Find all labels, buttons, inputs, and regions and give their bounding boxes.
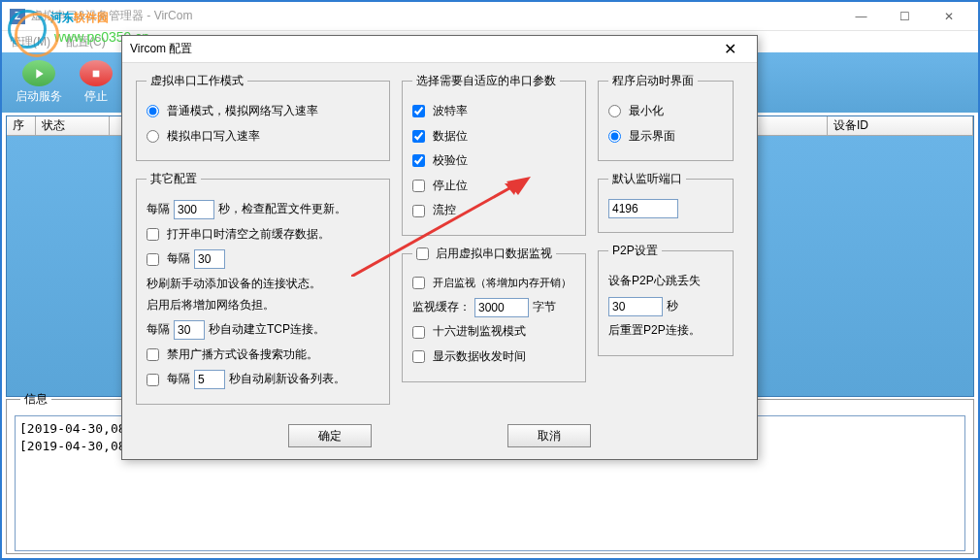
p2p-legend: P2P设置 xyxy=(608,243,662,259)
label-show-ui: 显示界面 xyxy=(629,126,675,148)
config-dialog: Vircom 配置 ✕ 虚拟串口工作模式 普通模式，模拟网络写入速率 模拟串口写… xyxy=(121,35,758,460)
refresh-list-pre: 每隔 xyxy=(167,369,190,390)
checkbox-enable-mem[interactable] xyxy=(412,277,425,289)
play-icon xyxy=(22,60,55,86)
label-sim-mode: 模拟串口写入速率 xyxy=(167,126,260,148)
checkbox-no-broadcast[interactable] xyxy=(147,348,159,361)
group-p2p: P2P设置 设备P2P心跳丢失 秒 后重置P2P连接。 xyxy=(598,243,734,356)
dialog-buttons: 确定 取消 xyxy=(122,424,757,447)
col-devid[interactable]: 设备ID xyxy=(828,116,973,135)
close-button[interactable]: ✕ xyxy=(927,3,970,30)
stop-service-button[interactable]: 停止 xyxy=(72,56,120,109)
startup-legend: 程序启动时界面 xyxy=(608,73,698,89)
radio-show-ui[interactable] xyxy=(608,130,621,143)
label-parity: 校验位 xyxy=(433,150,468,172)
refresh-manual-label: 秒刷新手动添加设备的连接状态。启用后将增加网络负担。 xyxy=(147,274,331,315)
stop-label: 停止 xyxy=(84,88,108,105)
checkbox-databits[interactable] xyxy=(412,130,425,143)
info-legend: 信息 xyxy=(20,391,51,408)
serial-legend: 选择需要自适应的串口参数 xyxy=(412,73,560,89)
p2p-line1: 设备P2P心跳丢失 xyxy=(608,271,701,292)
monitor-legend-text: 启用虚拟串口数据监视 xyxy=(436,247,552,260)
checkbox-refresh-manual[interactable] xyxy=(147,253,159,266)
interval-post: 秒，检查配置文件更新。 xyxy=(218,199,346,220)
group-other: 其它配置 每隔 秒，检查配置文件更新。 打开串口时清空之前缓存数据。 每隔 秒刷… xyxy=(136,171,390,405)
cache-post: 字节 xyxy=(533,297,556,318)
ok-button[interactable]: 确定 xyxy=(288,424,372,447)
label-hex: 十六进制监视模式 xyxy=(433,321,526,343)
other-legend: 其它配置 xyxy=(147,171,201,187)
svg-rect-0 xyxy=(93,70,100,77)
stop-icon xyxy=(80,60,113,86)
checkbox-stopbits[interactable] xyxy=(412,180,425,192)
label-baud: 波特率 xyxy=(433,101,468,122)
monitor-legend: 启用虚拟串口数据监视 xyxy=(412,246,556,262)
main-titlebar: Z 虚拟串口&设备管理器 - VirCom — ☐ ✕ xyxy=(2,2,978,31)
refresh-list-input[interactable] xyxy=(194,370,225,389)
listen-legend: 默认监听端口 xyxy=(608,171,686,187)
col-seq[interactable]: 序 xyxy=(7,116,36,135)
window-title: 虚拟串口&设备管理器 - VirCom xyxy=(31,8,839,24)
label-no-broadcast: 禁用广播方式设备搜索功能。 xyxy=(167,345,318,366)
start-service-button[interactable]: 启动服务 xyxy=(10,56,68,109)
dialog-titlebar: Vircom 配置 ✕ xyxy=(122,36,757,63)
label-enable-mem: 开启监视（将增加内存开销） xyxy=(433,274,572,293)
radio-minimize[interactable] xyxy=(608,105,621,117)
cache-pre: 监视缓存： xyxy=(412,297,471,318)
tcp-post: 秒自动建立TCP连接。 xyxy=(209,319,325,341)
label-minimize: 最小化 xyxy=(629,101,664,122)
p2p-val-input[interactable] xyxy=(608,297,663,316)
listen-port-input[interactable] xyxy=(608,199,678,218)
checkbox-enable-monitor[interactable] xyxy=(416,247,429,260)
maximize-button[interactable]: ☐ xyxy=(883,3,927,30)
checkbox-refresh-list[interactable] xyxy=(147,374,159,386)
p2p-line2: 后重置P2P连接。 xyxy=(608,320,701,342)
group-listen-port: 默认监听端口 xyxy=(598,171,734,233)
label-stopbits: 停止位 xyxy=(433,176,468,197)
label-normal-mode: 普通模式，模拟网络写入速率 xyxy=(167,101,318,122)
refresh-manual-pre: 每隔 xyxy=(167,248,190,270)
checkbox-show-time[interactable] xyxy=(412,350,425,363)
tcp-input[interactable] xyxy=(174,320,205,340)
interval-pre: 每隔 xyxy=(147,199,170,220)
checkbox-parity[interactable] xyxy=(412,154,425,167)
start-label: 启动服务 xyxy=(16,88,62,105)
checkbox-hex[interactable] xyxy=(412,326,425,339)
group-startup: 程序启动时界面 最小化 显示界面 xyxy=(598,73,734,161)
refresh-list-post: 秒自动刷新设备列表。 xyxy=(229,369,345,390)
cache-input[interactable] xyxy=(474,298,529,317)
group-workmode: 虚拟串口工作模式 普通模式，模拟网络写入速率 模拟串口写入速率 xyxy=(136,73,390,161)
workmode-legend: 虚拟串口工作模式 xyxy=(147,73,247,89)
label-clear-cache: 打开串口时清空之前缓存数据。 xyxy=(167,224,330,246)
cancel-button[interactable]: 取消 xyxy=(507,424,591,447)
label-flow: 流控 xyxy=(433,200,456,221)
app-icon: Z xyxy=(10,9,25,24)
menu-manage[interactable]: 管理(M) xyxy=(10,34,50,50)
menu-config[interactable]: 配置(C) xyxy=(66,34,106,50)
window-controls: — ☐ ✕ xyxy=(839,3,970,30)
col-state[interactable]: 状态 xyxy=(36,116,110,135)
radio-sim-mode[interactable] xyxy=(147,130,159,143)
group-serial-params: 选择需要自适应的串口参数 波特率 数据位 校验位 停止位 流控 xyxy=(402,73,586,236)
refresh-manual-input[interactable] xyxy=(194,249,225,269)
label-databits: 数据位 xyxy=(433,126,468,148)
p2p-unit: 秒 xyxy=(667,296,678,317)
checkbox-flow[interactable] xyxy=(412,205,425,217)
tcp-pre: 每隔 xyxy=(147,319,170,341)
minimize-button[interactable]: — xyxy=(839,3,883,30)
group-monitor: 启用虚拟串口数据监视 开启监视（将增加内存开销） 监视缓存： 字节 十六进制监视… xyxy=(402,246,586,382)
dialog-title: Vircom 配置 xyxy=(130,41,710,57)
interval-input[interactable] xyxy=(174,200,214,219)
checkbox-clear-cache[interactable] xyxy=(147,228,159,241)
label-show-time: 显示数据收发时间 xyxy=(433,346,526,368)
checkbox-baud[interactable] xyxy=(412,105,425,117)
radio-normal-mode[interactable] xyxy=(147,105,159,117)
dialog-close-button[interactable]: ✕ xyxy=(710,37,749,62)
